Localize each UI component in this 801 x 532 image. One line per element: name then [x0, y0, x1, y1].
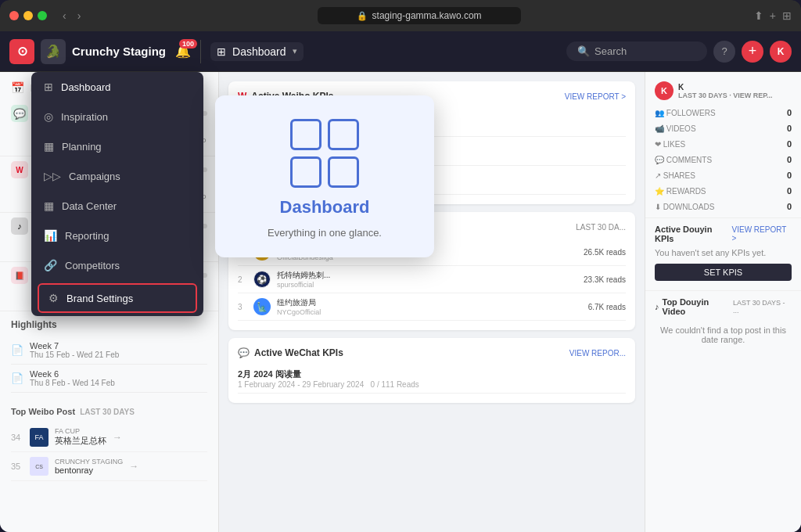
settings-icon: ⚙	[48, 292, 59, 304]
highlight-item-week7[interactable]: 📄 Week 7 Thu 15 Feb - Wed 21 Feb	[11, 336, 207, 365]
top-weibo-label: Top Weibo Post LAST 30 DAYS	[0, 401, 218, 422]
dashboard-tooltip-title: Dashboard	[280, 197, 370, 217]
browser-chrome: ‹ › 🔒 staging-gamma.kawo.com ⬆ + ⊞	[0, 0, 801, 31]
dashboard-label: Dashboard	[232, 45, 286, 58]
user-avatar[interactable]: K	[770, 41, 792, 63]
tiktok-icon: ♪	[11, 217, 28, 235]
header-divider	[200, 40, 201, 63]
calendar-icon: 📅	[11, 81, 24, 94]
nav-item-datacenter[interactable]: ▦ Data Center	[31, 191, 203, 221]
wechat-kpi-post[interactable]: 2月 2024 阅读量 1 February 2024 - 29 Februar…	[238, 365, 626, 394]
url-text: staging-gamma.kawo.com	[372, 10, 482, 21]
campaigns-icon: ▷▷	[44, 170, 61, 182]
content-item-34[interactable]: 34 FA FA CUP 英格兰足总杯 →	[11, 422, 207, 452]
brand-settings-label: Brand Settings	[66, 293, 133, 304]
brand-name[interactable]: Crunchy Staging	[72, 45, 166, 58]
grid-sq-3	[290, 156, 321, 188]
nav-item-dashboard[interactable]: ⊞ Dashboard	[31, 72, 203, 102]
downloads-stat: ⬇ DOWNLOADS 0	[645, 199, 801, 214]
search-label: Search	[594, 45, 627, 57]
highlights-title: Highlights	[11, 319, 207, 330]
notification-button[interactable]: 🔔 100	[175, 44, 191, 59]
browser-nav: ‹ ›	[59, 8, 84, 23]
planning-icon: ▦	[44, 140, 54, 153]
document-icon-2: 📄	[11, 372, 23, 384]
inspiration-label: Inspiration	[61, 111, 108, 123]
dashboard-tooltip-description: Everything in one glance.	[268, 227, 382, 239]
highlight-info-2: Week 6 Thu 8 Feb - Wed 14 Feb	[30, 369, 115, 387]
likes-stat: ❤ LIKES 0	[645, 136, 801, 152]
lock-icon: 🔒	[357, 11, 368, 21]
dashboard-tooltip: Dashboard Everything in one glance.	[215, 95, 434, 257]
nav-item-inspiration[interactable]: ◎ Inspiration	[31, 102, 203, 131]
notification-badge: 100	[179, 39, 197, 49]
forward-button[interactable]: ›	[74, 8, 84, 23]
inspiration-icon: ◎	[44, 110, 53, 123]
nav-item-planning[interactable]: ▦ Planning	[31, 131, 203, 161]
extensions-icon[interactable]: ⊞	[782, 9, 792, 22]
grid-sq-4	[328, 156, 359, 188]
weibo-view-report-link[interactable]: VIEW REPORT >	[565, 92, 626, 101]
planning-label: Planning	[62, 141, 102, 153]
app-logo[interactable]: ⊙	[9, 39, 34, 64]
close-button[interactable]	[9, 11, 19, 20]
browser-address-bar: 🔒 staging-gamma.kawo.com	[90, 7, 747, 24]
browser-actions: ⬆ + ⊞	[754, 9, 792, 22]
nav-dropdown-menu[interactable]: ⊞ Dashboard ◎ Inspiration ▦ Planning ▷▷ …	[31, 72, 203, 316]
brand-avatar[interactable]: 🐊	[41, 39, 66, 64]
wechat-competitors-period: LAST 30 DA...	[576, 223, 626, 232]
main-area: 📅 Planning THIS MONTH · VIEW CALEN... 💬 …	[0, 72, 801, 532]
rewards-stat: ⭐ REWARDS 0	[645, 183, 801, 199]
highlights-section: Highlights 📄 Week 7 Thu 15 Feb - Wed 21 …	[0, 311, 218, 401]
douyin-avatar: K	[655, 81, 673, 100]
comments-stat: 💬 COMMENTS 0	[645, 152, 801, 167]
traffic-lights	[9, 11, 47, 20]
nav-item-brand-settings[interactable]: ⚙ Brand Settings	[38, 283, 197, 313]
dashboard-menu-label: Dashboard	[61, 81, 111, 93]
datacenter-label: Data Center	[62, 200, 117, 212]
logo-icon: ⊙	[17, 44, 27, 59]
brand-icon: 🐊	[45, 44, 61, 59]
right-panel: K K LAST 30 DAYS · VIEW REP... 👥 FOLLOWE…	[645, 72, 801, 532]
search-bar[interactable]: 🔍 Search	[566, 41, 707, 61]
document-icon: 📄	[11, 344, 23, 356]
add-button[interactable]: +	[742, 41, 763, 63]
dashboard-grid-icon: ⊞	[217, 45, 226, 58]
wechat-kpis-view-link[interactable]: VIEW REPOR...	[569, 349, 626, 358]
arrow-icon-2: →	[129, 461, 138, 472]
datacenter-icon: ▦	[44, 200, 54, 212]
top-douyin-section: ♪ Top Douyin Video LAST 30 DAYS - ... We…	[645, 290, 801, 357]
competitors-label: Competitors	[65, 260, 120, 271]
highlight-info: Week 7 Thu 15 Feb - Wed 21 Feb	[30, 341, 119, 359]
dashboard-menu-icon: ⊞	[44, 81, 53, 93]
help-button[interactable]: ?	[713, 41, 735, 63]
nav-item-competitors[interactable]: 🔗 Competitors	[31, 250, 203, 280]
maximize-button[interactable]	[38, 11, 47, 20]
dashboard-selector[interactable]: ⊞ Dashboard ▾	[210, 42, 304, 61]
active-wechat-header: 💬 Active WeChat KPIs VIEW REPOR...	[238, 347, 626, 358]
nav-item-campaigns[interactable]: ▷▷ Campaigns	[31, 161, 203, 191]
xhs-icon: 📕	[11, 267, 28, 284]
competitors-icon: 🔗	[44, 259, 57, 271]
content-item-35[interactable]: 35 CS CRUNCHY STAGING bentonray →	[11, 452, 207, 481]
douyin-kpis-header: Active Douyin KPIs VIEW REPORT >	[655, 225, 792, 243]
highlight-item-week6[interactable]: 📄 Week 6 Thu 8 Feb - Wed 14 Feb	[11, 365, 207, 393]
minimize-button[interactable]	[23, 11, 33, 20]
search-icon: 🔍	[577, 45, 590, 57]
douyin-kpis-view-link[interactable]: VIEW REPORT >	[732, 225, 792, 243]
set-kpis-button[interactable]: SET KPIS	[655, 264, 792, 281]
nyc-icon: 🗽	[253, 298, 271, 315]
nav-item-reporting[interactable]: 📊 Reporting	[31, 221, 203, 250]
grid-sq-1	[290, 119, 321, 150]
new-tab-icon[interactable]: +	[770, 9, 776, 22]
spurs-icon: ⚽	[253, 271, 271, 288]
weibo-icon: W	[11, 161, 28, 178]
back-button[interactable]: ‹	[59, 8, 70, 23]
wechat-icon: 💬	[11, 105, 28, 122]
url-bar[interactable]: 🔒 staging-gamma.kawo.com	[318, 7, 521, 24]
top-douyin-title-icon: ♪	[655, 302, 659, 311]
active-wechat-title: 💬 Active WeChat KPIs	[238, 347, 343, 358]
share-icon[interactable]: ⬆	[754, 9, 763, 22]
wechat-icon-2: 💬	[238, 347, 250, 358]
shares-stat: ↗ SHARES 0	[645, 167, 801, 183]
